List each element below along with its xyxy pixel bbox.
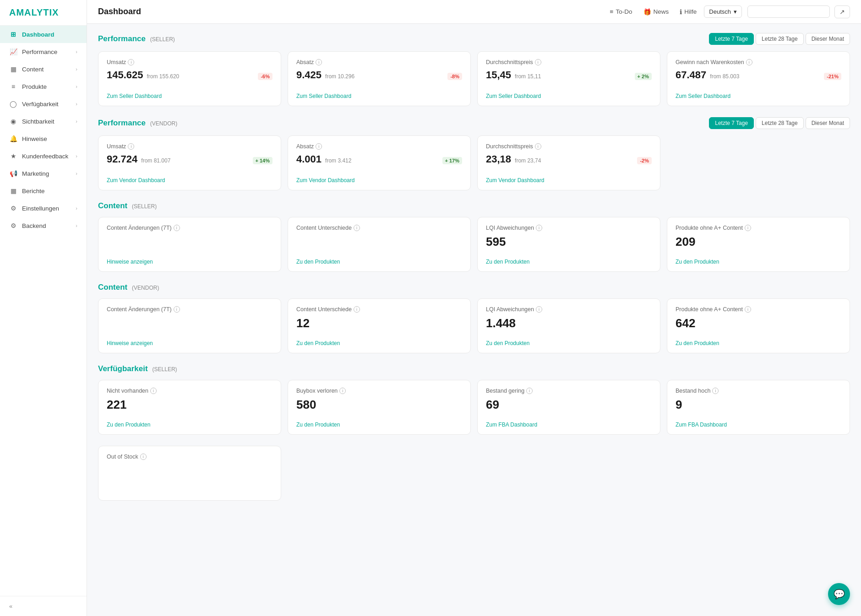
card-link-2[interactable]: Zum Vendor Dashboard — [486, 177, 652, 184]
topbar-nav-news[interactable]: 🎁 News — [643, 8, 669, 16]
card-info-icon-0[interactable]: i — [128, 59, 134, 65]
sidebar-collapse-button[interactable]: « — [0, 596, 87, 616]
card-link-0[interactable]: Zum Vendor Dashboard — [107, 177, 272, 184]
time-btn-2[interactable]: Dieser Monat — [806, 117, 850, 129]
sidebar-item-berichte[interactable]: ▦ Berichte — [0, 182, 87, 200]
card-link-3[interactable]: Zum FBA Dashboard — [676, 421, 841, 428]
card-link-3[interactable]: Zu den Produkten — [676, 340, 841, 346]
card-link-1[interactable]: Zum Seller Dashboard — [296, 93, 462, 99]
card-link-0[interactable]: Zu den Produkten — [107, 421, 272, 428]
sidebar-item-hinweise[interactable]: 🔔 Hinweise — [0, 130, 87, 147]
sidebar-item-backend[interactable]: ⚙ Backend › — [0, 217, 87, 234]
export-button[interactable]: ↗ — [834, 5, 850, 18]
card-from-3: from 85.003 — [710, 73, 739, 80]
card-info-icon-1[interactable]: i — [316, 59, 322, 65]
topbar-nav-hilfe[interactable]: ℹ Hilfe — [680, 8, 697, 16]
card-info-icon-2[interactable]: i — [535, 143, 541, 150]
time-btn-1[interactable]: Letzte 28 Tage — [756, 117, 804, 129]
sidebar-item-einstellungen[interactable]: ⚙ Einstellungen › — [0, 200, 87, 217]
card-label-0: Content Änderungen (7T) i — [107, 306, 272, 313]
verfugbarkeit-seller-header: Verfügbarkeit (SELLER) — [98, 364, 850, 373]
card-3: Produkte ohne A+ Content i 642 Zu den Pr… — [667, 298, 850, 353]
card-info-icon-1[interactable]: i — [354, 225, 360, 231]
card-info-icon-3[interactable]: i — [745, 225, 751, 231]
language-selector[interactable]: Deutsch ▾ — [704, 5, 742, 18]
search-input[interactable] — [747, 5, 830, 18]
topbar-nav-todo[interactable]: ≡ To-Do — [610, 8, 632, 15]
card-info-icon-0[interactable]: i — [150, 388, 157, 394]
verfugbarkeit-seller-cards: Nicht vorhanden i 221 Zu den Produkten B… — [98, 380, 850, 435]
chevron-down-icon: ▾ — [734, 8, 737, 15]
card-link-2[interactable]: Zum FBA Dashboard — [486, 421, 652, 428]
card-info-icon-3[interactable]: i — [746, 59, 752, 65]
sidebar-item-performance[interactable]: 📈 Performance › — [0, 43, 87, 60]
kundenfeedback-icon: ★ — [9, 152, 17, 160]
card-info-icon-2[interactable]: i — [536, 306, 542, 313]
sidebar-item-verfugbarkeit[interactable]: ◯ Verfügbarkeit › — [0, 95, 87, 113]
card-label-1: Buybox verloren i — [296, 388, 462, 394]
card-info-icon-1[interactable]: i — [316, 143, 322, 150]
chevron-icon-produkte: › — [76, 84, 77, 89]
card-link-0[interactable]: Hinweise anzeigen — [107, 259, 272, 265]
time-btn-0[interactable]: Letzte 7 Tage — [709, 117, 754, 129]
card-info-icon-1[interactable]: i — [354, 306, 360, 313]
card-link-2[interactable]: Zum Seller Dashboard — [486, 93, 652, 99]
card-link-0[interactable]: Hinweise anzeigen — [107, 340, 272, 346]
card-link-1[interactable]: Zu den Produkten — [296, 259, 462, 265]
content-seller-header: Content (SELLER) — [98, 201, 850, 211]
card-info-icon-2[interactable]: i — [526, 388, 533, 394]
card-info-icon-0[interactable]: i — [174, 306, 180, 313]
card-2: Bestand gering i 69 Zum FBA Dashboard — [477, 380, 660, 435]
card-2: Durchschnittspreis i 15,45 from 15,11 + … — [477, 51, 660, 106]
card-info-icon-2[interactable]: i — [535, 59, 541, 65]
card-info-icon-0[interactable]: i — [128, 143, 134, 150]
chevron-icon-content: › — [76, 66, 77, 72]
out-of-stock-info-icon[interactable]: i — [140, 454, 147, 460]
card-link-1[interactable]: Zu den Produkten — [296, 340, 462, 346]
content-vendor-cards: Content Änderungen (7T) i Hinweise anzei… — [98, 298, 850, 353]
card-info-icon-3[interactable]: i — [745, 306, 751, 313]
sidebar-item-produkte[interactable]: ≡ Produkte › — [0, 78, 87, 95]
sidebar-item-dashboard[interactable]: ⊞ Dashboard — [0, 26, 87, 43]
card-info-icon-0[interactable]: i — [174, 225, 180, 231]
todo-label: To-Do — [616, 8, 632, 15]
card-label-3: Bestand hoch i — [676, 388, 841, 394]
card-value-2: 23,18 — [486, 153, 511, 165]
card-link-1[interactable]: Zu den Produkten — [296, 421, 462, 428]
card-link-0[interactable]: Zum Seller Dashboard — [107, 93, 272, 99]
card-link-3[interactable]: Zum Seller Dashboard — [676, 93, 841, 99]
sidebar: AMALYTIX ⊞ Dashboard 📈 Performance › ▦ C… — [0, 0, 87, 616]
time-btn-1[interactable]: Letzte 28 Tage — [756, 33, 804, 45]
card-info-icon-3[interactable]: i — [712, 388, 719, 394]
card-badge-0: -6% — [258, 73, 272, 80]
sidebar-item-kundenfeedback[interactable]: ★ Kundenfeedback › — [0, 147, 87, 165]
card-link-2[interactable]: Zu den Produkten — [486, 259, 652, 265]
sidebar-label-sichtbarkeit: Sichtbarkeit — [22, 118, 54, 125]
sidebar-item-sichtbarkeit[interactable]: ◉ Sichtbarkeit › — [0, 113, 87, 130]
card-link-1[interactable]: Zum Vendor Dashboard — [296, 177, 462, 184]
chevron-icon-kundenfeedback: › — [76, 153, 77, 159]
card-label-2: LQI Abweichungen i — [486, 306, 652, 313]
out-of-stock-label: Out of Stock i — [107, 454, 272, 460]
backend-icon: ⚙ — [9, 222, 17, 230]
out-of-stock-section: Out of Stock i — [98, 446, 850, 501]
card-info-icon-2[interactable]: i — [536, 225, 542, 231]
card-link-2[interactable]: Zu den Produkten — [486, 340, 652, 346]
card-value-1: 580 — [296, 398, 462, 412]
time-btn-0[interactable]: Letzte 7 Tage — [709, 33, 754, 45]
sichtbarkeit-icon: ◉ — [9, 117, 17, 125]
card-info-icon-1[interactable]: i — [339, 388, 346, 394]
time-btn-2[interactable]: Dieser Monat — [806, 33, 850, 45]
topbar: Dashboard ≡ To-Do 🎁 News ℹ Hilfe Deutsch… — [87, 0, 861, 24]
sidebar-item-content[interactable]: ▦ Content › — [0, 60, 87, 78]
card-2: Durchschnittspreis i 23,18 from 23,74 -2… — [477, 135, 660, 190]
hilfe-label: Hilfe — [684, 8, 697, 15]
card-label-0: Umsatz i — [107, 143, 272, 150]
card-value-1: 12 — [296, 316, 462, 330]
chat-fab-button[interactable]: 💬 — [828, 583, 850, 605]
card-link-3[interactable]: Zu den Produkten — [676, 259, 841, 265]
card-from-2: from 15,11 — [515, 73, 541, 80]
chevron-icon-performance: › — [76, 49, 77, 54]
sidebar-item-marketing[interactable]: 📢 Marketing › — [0, 165, 87, 182]
chevron-icon-einstellungen: › — [76, 205, 77, 211]
